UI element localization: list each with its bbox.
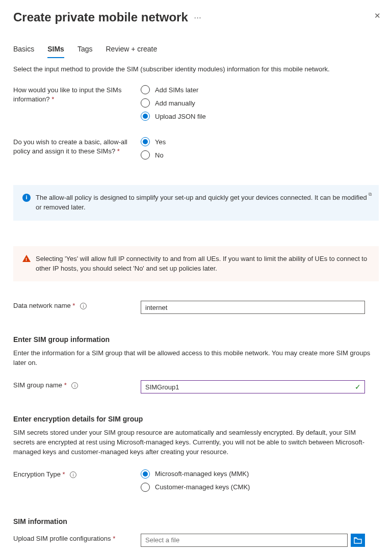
radio-label: Customer-managed keys (CMK) <box>155 483 250 491</box>
radio-icon <box>141 137 150 146</box>
encryption-section-title: Enter encryption details for SIM group <box>13 415 379 423</box>
radio-add-sims-later[interactable]: Add SIMs later <box>141 85 379 94</box>
warning-alert-text: Selecting 'Yes' will allow full IP conne… <box>36 254 370 274</box>
page-title: Create private mobile network <box>13 10 188 24</box>
more-actions-button[interactable]: ··· <box>194 13 202 21</box>
radio-add-manually[interactable]: Add manually <box>141 98 379 108</box>
encryption-type-label: Encryption Type * i <box>13 469 141 479</box>
tab-sims[interactable]: SIMs <box>47 43 64 58</box>
validation-check-icon: ✓ <box>355 383 361 391</box>
data-network-name-label: Data network name * i <box>13 301 141 310</box>
radio-upload-json[interactable]: Upload JSON file <box>141 112 379 121</box>
radio-label: No <box>155 151 164 159</box>
info-alert-text: The allow-all policy is designed to simp… <box>36 193 370 213</box>
sim-group-section-desc: Enter the information for a SIM group th… <box>13 349 379 368</box>
radio-icon <box>141 150 150 160</box>
tab-review[interactable]: Review + create <box>106 43 158 58</box>
sim-group-name-input[interactable] <box>141 380 365 393</box>
data-network-name-input[interactable] <box>141 301 365 314</box>
radio-label: Yes <box>155 138 166 146</box>
info-icon[interactable]: i <box>71 382 78 389</box>
allow-all-label: Do you wish to create a basic, allow-all… <box>13 137 141 156</box>
radio-mmk[interactable]: Microsoft-managed keys (MMK) <box>141 469 379 479</box>
upload-sim-file-input[interactable] <box>141 534 348 547</box>
radio-icon <box>141 483 150 492</box>
warning-alert: Selecting 'Yes' will allow full IP conne… <box>13 246 379 282</box>
radio-cmk[interactable]: Customer-managed keys (CMK) <box>141 483 379 492</box>
sim-group-section-title: Enter SIM group information <box>13 335 379 344</box>
tab-bar: Basics SIMs Tags Review + create <box>13 43 379 58</box>
radio-allow-all-yes[interactable]: Yes <box>141 137 379 146</box>
info-icon[interactable]: i <box>70 471 76 478</box>
info-alert: i The allow-all policy is designed to si… <box>13 185 379 221</box>
upload-sim-label: Upload SIM profile configurations * <box>13 534 141 543</box>
radio-icon <box>141 112 150 121</box>
close-icon[interactable]: ✕ <box>374 11 381 20</box>
radio-label: Microsoft-managed keys (MMK) <box>155 470 249 478</box>
radio-label: Add SIMs later <box>155 86 198 94</box>
radio-icon <box>141 469 150 479</box>
tab-basics[interactable]: Basics <box>13 43 34 58</box>
radio-label: Upload JSON file <box>155 113 206 120</box>
external-link-icon[interactable]: ⧉ <box>369 191 372 198</box>
warning-icon <box>22 255 31 262</box>
radio-label: Add manually <box>155 99 195 107</box>
encryption-section-desc: SIM secrets stored under your SIM group … <box>13 428 379 457</box>
intro-text: Select the input method to provide the S… <box>13 65 379 73</box>
radio-icon <box>141 98 150 108</box>
radio-allow-all-no[interactable]: No <box>141 150 379 160</box>
sim-group-name-label: SIM group name * i <box>13 380 141 390</box>
folder-icon <box>354 537 362 544</box>
info-icon[interactable]: i <box>80 303 87 309</box>
input-method-label: How would you like to input the SIMs inf… <box>13 85 141 104</box>
sim-info-section-title: SIM information <box>13 517 379 525</box>
tab-tags[interactable]: Tags <box>77 43 93 58</box>
radio-icon <box>141 85 150 94</box>
info-icon: i <box>22 194 31 202</box>
browse-file-button[interactable] <box>351 534 365 547</box>
